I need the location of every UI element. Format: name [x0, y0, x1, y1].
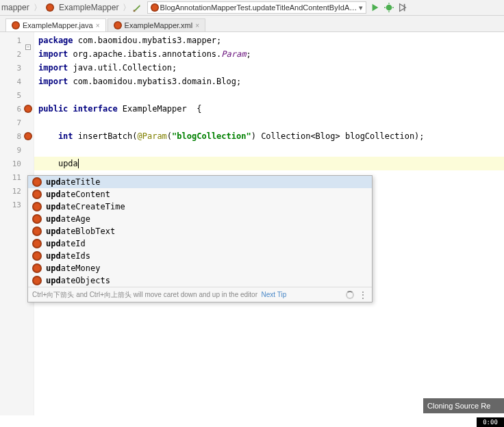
breadcrumb-sep: 〉 [34, 2, 42, 14]
run-config-selector[interactable]: BlogAnnotationMapperTest.updateTitleAndC… [147, 1, 366, 14]
tab-label: ExampleMapper.java [23, 21, 93, 29]
breadcrumb-file[interactable]: ExampleMapper [46, 3, 119, 12]
spinner-icon [346, 291, 354, 299]
breadcrumb: mapper 〉 ExampleMapper 〉 [1, 2, 132, 14]
completion-item[interactable]: updateTitle [28, 176, 372, 188]
cloning-panel[interactable]: Cloning Source Re [423, 398, 504, 413]
completion-item[interactable]: updateAge [28, 213, 372, 225]
line-number: 7 [0, 116, 34, 129]
svg-rect-2 [404, 4, 405, 12]
more-icon[interactable]: ⋮ [358, 292, 368, 298]
gutter-marker-icon[interactable] [24, 105, 32, 113]
editor-tabs: ExampleMapper.java × ExampleMapper.xml × [0, 16, 504, 32]
tab-example-mapper-xml[interactable]: ExampleMapper.xml × [108, 18, 206, 31]
completion-item[interactable]: updateCreateTime [28, 200, 372, 213]
line-number: 3 [0, 61, 34, 75]
line-number: 4 [0, 75, 34, 88]
breadcrumb-sep-2: 〉 [123, 2, 131, 14]
tab-label: ExampleMapper.xml [125, 21, 193, 29]
build-icon[interactable] [132, 3, 142, 12]
tip-text: Ctrl+向下箭头 and Ctrl+向上箭头 will move caret … [32, 291, 257, 298]
method-icon [32, 177, 42, 187]
gutter-marker-icon[interactable] [24, 132, 32, 140]
xml-icon [114, 21, 122, 29]
line-number: 1− [0, 34, 34, 47]
tab-example-mapper-java[interactable]: ExampleMapper.java × [5, 18, 106, 31]
line-number: 10 [0, 157, 34, 170]
method-icon [32, 202, 42, 211]
caret [78, 159, 79, 168]
completion-item[interactable]: updateIds [28, 250, 372, 262]
method-icon [32, 214, 42, 224]
method-icon [32, 227, 42, 236]
coverage-icon[interactable] [398, 3, 407, 12]
line-number: 8 [0, 129, 34, 143]
java-icon [12, 21, 20, 29]
line-number: 2 [0, 47, 34, 61]
close-icon[interactable]: × [195, 22, 199, 29]
line-number: 6 [0, 102, 34, 116]
current-line[interactable]: upda [34, 157, 504, 170]
svg-rect-0 [134, 10, 136, 12]
completion-item[interactable]: updateObjects [28, 274, 372, 287]
method-icon [32, 276, 42, 285]
debug-icon[interactable] [384, 3, 394, 12]
line-number: 5 [0, 88, 34, 102]
completion-item[interactable]: updateContent [28, 188, 372, 200]
popup-footer: Ctrl+向下箭头 and Ctrl+向上箭头 will move caret … [28, 287, 372, 302]
next-tip-link[interactable]: Next Tip [262, 291, 287, 298]
breadcrumb-mapper[interactable]: mapper [1, 3, 29, 12]
close-icon[interactable]: × [96, 22, 100, 29]
completion-item[interactable]: updateBlobText [28, 225, 372, 237]
run-config-label: BlogAnnotationMapperTest.updateTitleAndC… [160, 3, 358, 12]
completion-item[interactable]: updateId [28, 237, 372, 250]
breadcrumb-file-label: ExampleMapper [59, 3, 118, 12]
timer-badge: 0:00 [477, 417, 504, 427]
method-icon [32, 251, 42, 261]
autocomplete-popup: updateTitle updateContent updateCreateTi… [27, 175, 373, 302]
line-number: 9 [0, 143, 34, 157]
chevron-down-icon: ▾ [359, 3, 363, 12]
bug-icon [46, 3, 54, 12]
top-toolbar: mapper 〉 ExampleMapper 〉 BlogAnnotationM… [0, 0, 504, 16]
run-icon[interactable] [370, 3, 380, 12]
method-icon [32, 263, 42, 273]
svg-point-1 [386, 5, 392, 11]
method-icon [32, 190, 42, 199]
completion-item[interactable]: updateMoney [28, 262, 372, 274]
method-icon [32, 239, 42, 248]
toolbar-actions [370, 3, 407, 12]
bug-icon [151, 3, 158, 12]
